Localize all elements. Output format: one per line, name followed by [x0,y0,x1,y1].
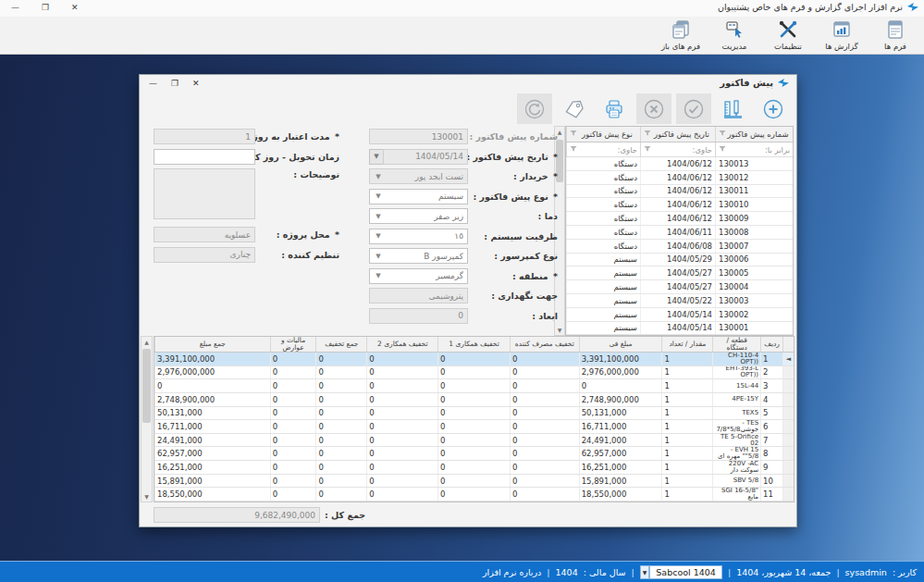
notes-textarea[interactable] [154,168,255,219]
user-label: کاربر : [893,567,917,577]
chevron-down-icon[interactable]: ▼ [640,565,650,579]
list-row[interactable]: 1300071404/06/08دستگاه [566,240,793,254]
list-row[interactable]: 1300061404/05/29سیستم [566,254,793,267]
chevron-down-icon[interactable]: ▼ [374,232,383,240]
item-row[interactable]: 2EHT-393-L ((OPT12,976,000,000000002,976… [154,366,794,380]
chevron-down-icon[interactable]: ▼ [374,213,383,220]
filter-icon[interactable] [570,130,577,139]
readonly-input[interactable]: 130001 [369,129,468,144]
item-row[interactable]: 7TE 5-Orifice 02124,491,0000000024,491,0… [154,434,794,448]
column-header[interactable]: مالیات و عوارض [270,337,316,352]
print-button[interactable] [597,93,632,124]
ribbon-button-settings[interactable]: تنظیمات [765,18,811,53]
column-header[interactable]: شماره پیش فاکتور [715,127,793,142]
list-row[interactable]: 1300091404/06/12دستگاه [566,212,793,226]
item-row[interactable]: 9220V -AC سوکت دار116,251,0000000016,251… [154,461,794,475]
column-header[interactable]: تاریخ پیش فاکتور [640,127,715,142]
dropdown-input[interactable]: زیر صفر▼ [369,208,468,224]
readonly-input[interactable]: عسلویه [154,227,255,242]
dropdown-input[interactable]: ١٥▼ [369,229,468,244]
column-header[interactable]: جمع تخفیف [315,337,366,352]
item-row[interactable]: 5TEX5150,131,0000000050,131,000 [154,407,794,421]
filter-icon[interactable] [644,145,651,155]
column-header[interactable]: تخفیف همکاری 2 [366,337,437,352]
item-cell: 1 [661,488,712,501]
column-header[interactable]: ردیف [760,337,782,352]
maximize-icon[interactable]: ❐ [171,79,179,88]
list-row[interactable]: 1300131404/06/12دستگاه [566,157,793,171]
column-header[interactable]: تخفیف همکاری 1 [437,337,510,352]
list-row[interactable]: 1300121404/06/12دستگاه [566,171,793,185]
column-header[interactable]: جمع مبلغ [154,337,270,352]
item-row[interactable]: 315L-4410000000 [154,379,794,393]
item-row[interactable]: 10SBV 5/8115,891,0000000015,891,000 [154,475,794,489]
filter-icon[interactable] [719,145,726,155]
chevron-down-icon[interactable]: ▼ [374,192,383,200]
chevron-down-icon[interactable]: ▼ [374,173,383,180]
list-row[interactable]: 1300041404/05/27سیستم [566,280,793,294]
minimize-icon[interactable]: — [11,3,19,12]
dropdown-input[interactable]: تست ابجد پور▼ [369,168,468,184]
ribbon-button-forms[interactable]: فرم ها [872,18,918,53]
list-row[interactable]: 1300051404/05/27سیستم [566,266,793,280]
list-row[interactable]: 1300011404/05/14سیستم [566,322,793,336]
list-row[interactable]: 1300111404/06/12دستگاه [566,185,793,199]
filter-cell[interactable]: حاوی: [640,142,715,156]
row-indicator [782,379,794,392]
ribbon-button-open-forms[interactable]: فرم های باز [658,18,704,53]
column-header[interactable]: قطعه / دستگاه [712,337,760,352]
chevron-down-icon[interactable]: ▼ [374,272,383,279]
maximize-icon[interactable]: ❐ [42,3,49,12]
readonly-input[interactable]: پتروشیمی [369,288,468,303]
part-name: TES - جوشی5/8*7/8 [715,420,758,433]
chevron-down-icon[interactable]: ▼ [374,253,383,260]
design-button[interactable] [716,93,751,124]
item-cell: 2,976,000,000 [579,366,662,379]
column-header[interactable]: مقدار / تعداد [661,337,712,352]
list-row[interactable]: 1300081404/06/11دستگاه [566,226,793,240]
minimize-icon[interactable]: — [149,79,157,88]
text-input[interactable] [154,149,255,165]
list-row[interactable]: 1300021404/05/14سیستم [566,308,793,322]
close-icon[interactable]: ✕ [71,3,79,12]
close-icon[interactable]: ✕ [192,79,200,88]
readonly-input[interactable]: چناری [154,247,255,263]
column-header[interactable]: نوع پیش فاکتور [566,127,640,142]
scrollbar-thumb[interactable] [142,349,151,423]
filter-icon[interactable] [719,130,726,139]
dropdown-input[interactable]: گرمسیر▼ [369,268,468,284]
ribbon-button-reports[interactable]: گزارش ها [819,18,865,53]
item-row[interactable]: 44PE-15Y12,748,900,000000002,748,900,000 [154,393,794,407]
item-cell: SBV 5/8 [712,475,760,488]
about-link[interactable]: درباره نرم افزار [483,567,541,577]
date-input[interactable]: 1404/05/14 [383,149,468,165]
item-row[interactable]: 11"SGI 16-5/8 مایع118,550,0000000018,550… [154,488,794,502]
cell-value: 9 [763,463,768,472]
item-cell: 0 [366,379,437,392]
readonly-input[interactable]: 0 [369,308,468,324]
calendar-dropdown-button[interactable]: ▼ [369,149,383,165]
readonly-input[interactable]: 1 [154,129,255,144]
column-header[interactable]: مبلغ فی [579,337,662,352]
database-selector[interactable]: Sabcool 1404 [649,565,722,579]
filter-icon[interactable] [644,130,651,139]
item-row[interactable]: ◄1CH-110-4 ((OPT13,391,100,000000003,391… [154,353,794,366]
item-cell: 0 [315,420,366,433]
dropdown-input[interactable]: سیستم▼ [369,189,468,204]
filter-cell[interactable]: برابر با: [715,142,793,156]
filter-icon[interactable] [570,145,577,155]
list-row[interactable]: 1300031404/05/22سیستم [566,294,793,308]
filter-cell[interactable]: حاوی: [566,142,640,156]
dropdown-input[interactable]: کمپرسور B▼ [369,248,468,264]
item-row[interactable]: 8EVH 15 - 5/8"" مهره ای162,957,000000006… [154,447,794,461]
tag-button[interactable] [557,93,592,124]
ribbon-button-management[interactable]: مدیریت [711,18,758,53]
item-row[interactable]: 6TES - جوشی5/8*7/8116,711,0000000016,711… [154,420,794,434]
add-button[interactable] [756,93,791,124]
scroll-down-icon[interactable]: ▼ [142,491,152,502]
column-header[interactable]: تخفیف مصرف کننده [510,337,579,352]
list-row[interactable]: 1300101404/06/12دستگاه [566,198,793,212]
scroll-up-icon[interactable]: ▲ [142,337,152,347]
scroll-down-icon[interactable]: ▼ [555,325,564,335]
items-grid-scrollbar[interactable]: ▲ ▼ [141,336,153,502]
